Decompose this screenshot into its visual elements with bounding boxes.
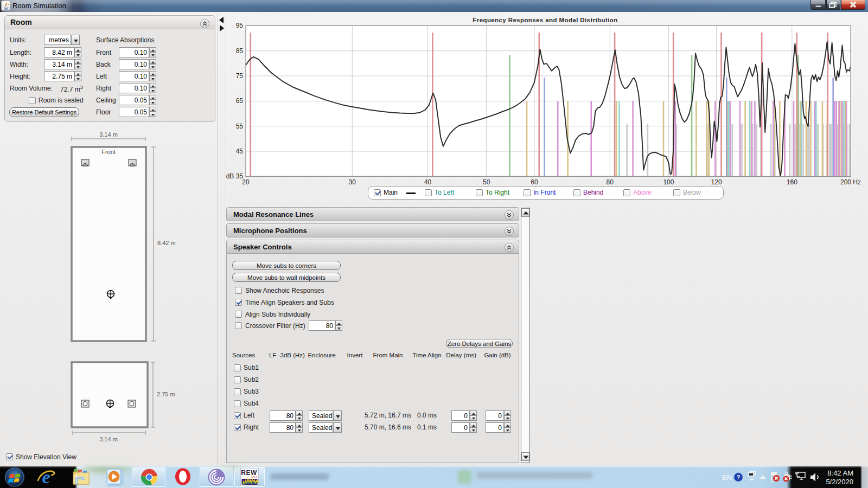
svg-text:120: 120 — [711, 178, 722, 186]
svg-text:60: 60 — [531, 178, 538, 186]
svg-text:50: 50 — [483, 178, 490, 186]
svg-text:55: 55 — [236, 123, 244, 130]
svg-text:30: 30 — [349, 178, 356, 186]
svg-text:80: 80 — [607, 178, 614, 186]
svg-text:e: e — [42, 467, 50, 487]
svg-text:40: 40 — [424, 178, 432, 186]
svg-text:dB 35: dB 35 — [226, 172, 244, 180]
svg-text:75: 75 — [236, 72, 244, 80]
svg-text:?: ? — [737, 474, 741, 480]
svg-text:45: 45 — [236, 147, 244, 155]
svg-text:200 Hz: 200 Hz — [840, 178, 861, 186]
svg-text:Frequency Responses and Modal: Frequency Responses and Modal Distributi… — [473, 17, 617, 23]
svg-text:95: 95 — [236, 22, 244, 29]
svg-text:100: 100 — [663, 178, 674, 186]
svg-text:65: 65 — [236, 97, 244, 105]
svg-text:160: 160 — [787, 178, 797, 186]
svg-text:85: 85 — [236, 47, 244, 55]
svg-text:20: 20 — [242, 178, 250, 186]
